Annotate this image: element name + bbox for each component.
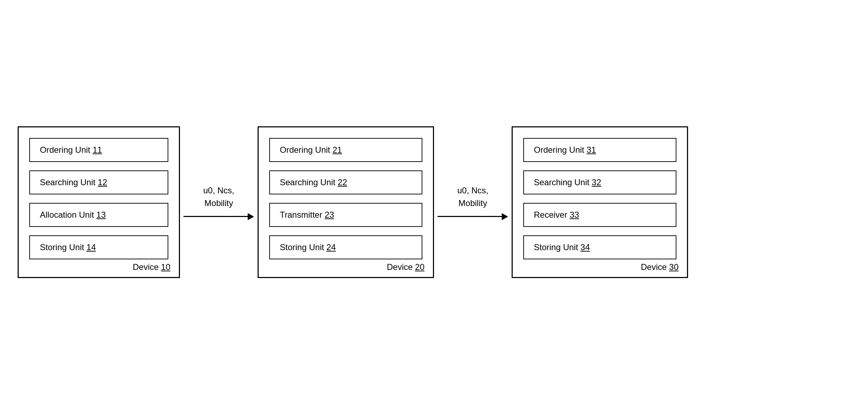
unit-14: Storing Unit 14 — [29, 235, 168, 259]
arrow-2-label: u0, Ncs,Mobility — [457, 184, 488, 210]
arrow-1-area: u0, Ncs,Mobility — [180, 184, 258, 220]
unit-12: Searching Unit 12 — [29, 170, 168, 194]
unit-24: Storing Unit 24 — [269, 235, 422, 259]
arrow-2-shaft — [438, 216, 502, 217]
device-30-label: Device 30 — [641, 262, 679, 272]
unit-33: Receiver 33 — [523, 203, 676, 227]
device-30: Ordering Unit 31 Searching Unit 32 Recei… — [512, 126, 688, 278]
unit-21: Ordering Unit 21 — [269, 138, 422, 162]
arrow-1-line — [183, 213, 254, 220]
arrow-1-shaft — [183, 216, 248, 217]
arrow-2-line — [438, 213, 508, 220]
device-20-label: Device 20 — [387, 262, 424, 272]
arrow-2-head — [502, 213, 508, 220]
arrow-2-area: u0, Ncs,Mobility — [434, 184, 512, 220]
unit-11: Ordering Unit 11 — [29, 138, 168, 162]
unit-31: Ordering Unit 31 — [523, 138, 676, 162]
arrow-1-head — [248, 213, 254, 220]
unit-13: Allocation Unit 13 — [29, 203, 168, 227]
unit-32: Searching Unit 32 — [523, 170, 676, 194]
unit-34: Storing Unit 34 — [523, 235, 676, 259]
device-10: Ordering Unit 11 Searching Unit 12 Alloc… — [18, 126, 180, 278]
diagram: Ordering Unit 11 Searching Unit 12 Alloc… — [18, 126, 850, 278]
device-10-label: Device 10 — [133, 262, 170, 272]
unit-22: Searching Unit 22 — [269, 170, 422, 194]
unit-23: Transmitter 23 — [269, 203, 422, 227]
arrow-1-label: u0, Ncs,Mobility — [203, 184, 234, 210]
device-20: Ordering Unit 21 Searching Unit 22 Trans… — [258, 126, 434, 278]
